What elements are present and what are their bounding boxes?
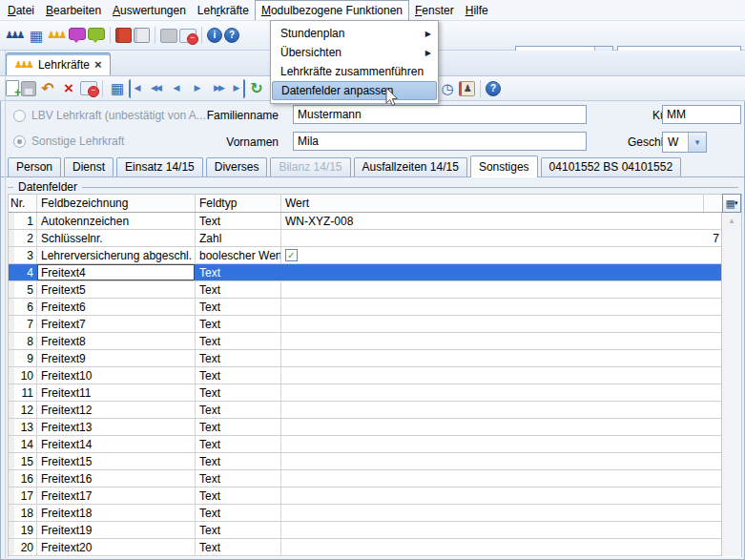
notebook-person-icon[interactable]: ♟ (459, 81, 475, 96)
field-name-cell[interactable]: Freitext19 Freitext19 (37, 522, 196, 538)
delete-record-icon[interactable]: × (59, 79, 78, 98)
menu-item[interactable]: Übersichten ▶ (272, 43, 437, 62)
field-value-cell[interactable]: ✓ (281, 402, 723, 418)
note-green-icon[interactable] (88, 28, 105, 40)
table-row[interactable]: 2 Schlüsselnr. Schlüsselnr. Zahl ✓ 7 (9, 230, 723, 247)
field-type-cell[interactable]: Text (196, 419, 281, 435)
column-header-feldtyp[interactable]: Feldtyp (196, 195, 281, 212)
radio-unchecked-icon[interactable] (13, 110, 26, 122)
detail-tab[interactable]: Bilanz 14/15 (270, 157, 350, 176)
field-type-cell[interactable]: Text (196, 539, 281, 555)
close-icon[interactable]: × (94, 58, 102, 71)
field-name-cell[interactable]: Freitext8 Freitext8 (37, 333, 196, 349)
menu-item[interactable]: Stundenplan ▶ (272, 24, 437, 43)
window-remove-icon[interactable] (179, 29, 197, 43)
field-name-cell[interactable]: Lehrerversicherung abgeschl. Lehrerversi… (37, 247, 196, 263)
menu-modulbezogene-funktionen[interactable]: Modulbezogene Funktionen (255, 0, 409, 20)
table-row[interactable]: 3 Lehrerversicherung abgeschl. Lehrerver… (9, 247, 723, 264)
field-value-cell[interactable]: ✓ (281, 419, 723, 435)
field-name-cell[interactable]: Freitext6 Freitext6 (37, 299, 196, 315)
menu-datei[interactable]: Datei (2, 0, 40, 20)
field-value-cell[interactable]: ✓ (281, 316, 723, 332)
column-header-feldbezeichnung[interactable]: Feldbezeichnung (37, 195, 196, 212)
geschlecht-select[interactable]: W ▾ (662, 132, 707, 153)
field-type-cell[interactable]: Text (196, 453, 281, 469)
classes-board-icon[interactable]: ▦ (27, 26, 46, 45)
menu-item[interactable]: Lehrkräfte zusammenführen ▶ (272, 62, 437, 81)
help-icon[interactable]: ? (224, 28, 239, 43)
book-red-icon[interactable] (115, 28, 132, 43)
column-header-wert[interactable]: Wert (281, 195, 704, 212)
table-row[interactable]: 20 Freitext20 Freitext20 Text ✓ (9, 539, 723, 556)
field-name-cell[interactable]: Freitext9 Freitext9 (37, 350, 196, 366)
field-value-cell[interactable]: ✓ (281, 247, 723, 263)
field-value-cell[interactable]: ✓ WN-XYZ-008 (281, 213, 723, 229)
field-value-cell[interactable]: ✓ (281, 333, 723, 349)
save-icon[interactable] (21, 81, 36, 96)
table-row[interactable]: 10 Freitext10 Freitext10 Text ✓ (9, 367, 723, 384)
people-group-blue-icon[interactable]: ♟♟♟ (6, 26, 25, 45)
field-name-cell[interactable]: Freitext13 Freitext13 (37, 419, 196, 435)
field-name-cell[interactable]: Freitext17 Freitext17 (37, 487, 196, 504)
field-type-cell[interactable]: Text (196, 505, 281, 521)
last-record-icon[interactable]: ▶ (230, 79, 245, 98)
field-type-cell[interactable]: Zahl (196, 230, 281, 246)
field-value-cell[interactable]: ✓ (281, 299, 723, 315)
vornamen-field[interactable] (293, 132, 587, 151)
table-row[interactable]: 4 Freitext4 Freitext4 Text ✓ (9, 264, 723, 281)
note-purple-icon[interactable] (69, 28, 86, 40)
detail-tab[interactable]: Diverses (206, 157, 268, 176)
field-type-cell[interactable]: Text (196, 316, 281, 332)
table-row[interactable]: 7 Freitext7 Freitext7 Text ✓ (9, 316, 723, 333)
field-value-cell[interactable]: ✓ (281, 281, 723, 298)
kuerzel-field[interactable] (662, 105, 741, 124)
field-type-cell[interactable]: Text (196, 487, 281, 504)
field-value-cell[interactable]: ✓ (281, 487, 723, 504)
field-name-cell[interactable]: Freitext11 Freitext11 (37, 384, 196, 401)
detail-tab[interactable]: Dienst (64, 157, 114, 176)
clock-icon[interactable]: ◷ (438, 79, 457, 98)
field-type-cell[interactable]: Text (196, 384, 281, 401)
field-type-cell[interactable]: Text (196, 522, 281, 538)
field-value-cell[interactable]: ✓ (281, 470, 723, 487)
field-value-cell[interactable]: ✓ 7 (281, 230, 723, 246)
field-name-cell[interactable]: Freitext15 Freitext15 (37, 453, 196, 469)
vertical-scrollbar[interactable]: ▲ (721, 213, 741, 556)
familienname-field[interactable] (293, 105, 587, 124)
field-name-cell[interactable]: Freitext12 Freitext12 (37, 402, 196, 418)
table-row[interactable]: 1 Autokennzeichen Autokennzeichen Text ✓… (9, 213, 723, 230)
table-row[interactable]: 16 Freitext16 Freitext16 Text ✓ (9, 470, 723, 487)
fast-prev-icon[interactable]: ◀◀ (146, 79, 165, 98)
detail-tab[interactable]: Sonstiges (470, 156, 538, 177)
refresh-icon[interactable]: ↻ (247, 79, 266, 98)
field-type-cell[interactable]: Text (196, 436, 281, 452)
menu-auswertungen[interactable]: Auswertungen (107, 0, 192, 20)
field-name-cell[interactable]: Freitext10 Freitext10 (37, 367, 196, 384)
edit-cell[interactable]: Freitext4 (37, 264, 195, 280)
field-value-cell[interactable]: ✓ (281, 264, 723, 280)
column-options-button[interactable]: ▦ ▾ (722, 194, 741, 213)
field-type-cell[interactable]: Text (196, 281, 281, 298)
table-row[interactable]: 13 Freitext13 Freitext13 Text ✓ (9, 419, 723, 436)
table-row[interactable]: 8 Freitext8 Freitext8 Text ✓ (9, 333, 723, 350)
field-type-cell[interactable]: Text (196, 367, 281, 384)
field-type-cell[interactable]: Text (196, 213, 281, 229)
field-type-cell[interactable]: Text (196, 402, 281, 418)
info-icon[interactable]: i (207, 28, 222, 43)
field-name-cell[interactable]: Schlüsselnr. Schlüsselnr. (37, 230, 196, 246)
undo-icon[interactable]: ↶ (38, 79, 57, 98)
table-row[interactable]: 18 Freitext18 Freitext18 Text ✓ (9, 505, 723, 522)
paste-icon[interactable] (160, 29, 177, 43)
field-name-cell[interactable]: Freitext14 Freitext14 (37, 436, 196, 452)
help-icon[interactable]: ? (486, 81, 501, 96)
field-type-cell[interactable]: Text (196, 333, 281, 349)
field-name-cell[interactable]: Freitext5 Freitext5 (37, 281, 196, 298)
table-row[interactable]: 6 Freitext6 Freitext6 Text ✓ (9, 299, 723, 316)
table-row[interactable]: 14 Freitext14 Freitext14 Text ✓ (9, 436, 723, 453)
table-row[interactable]: 19 Freitext19 Freitext19 Text ✓ (9, 522, 723, 539)
remove-form-icon[interactable] (80, 81, 97, 95)
field-value-cell[interactable]: ✓ (281, 384, 723, 401)
menu-bearbeiten[interactable]: Bearbeiten (40, 0, 107, 20)
field-type-cell[interactable]: Text (196, 299, 281, 315)
prev-record-icon[interactable]: ◀ (167, 79, 186, 98)
